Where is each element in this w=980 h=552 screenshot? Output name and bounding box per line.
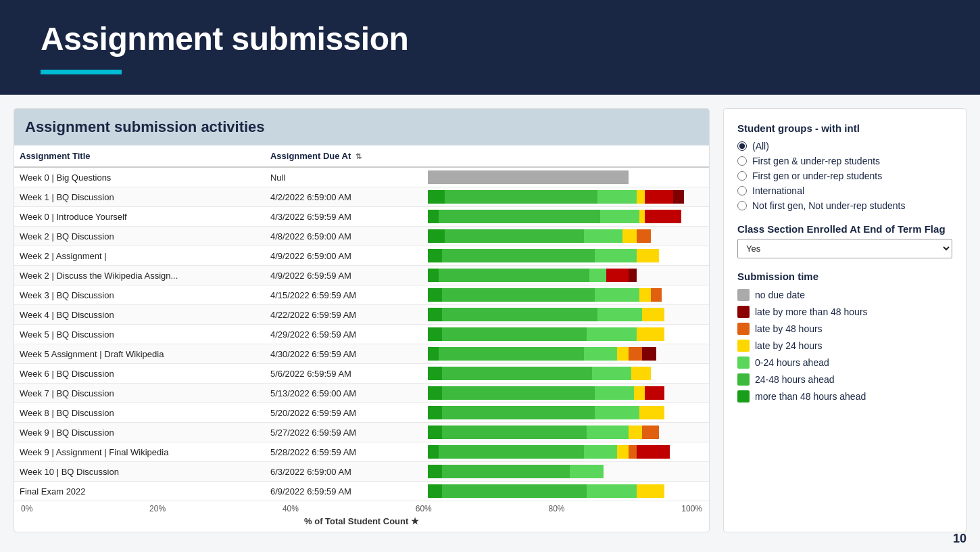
- bar-segment: [428, 386, 442, 400]
- bar-segment: [637, 190, 645, 204]
- bar-segment: [584, 347, 617, 361]
- student-group-radio[interactable]: [737, 171, 747, 181]
- bar-segment: [595, 386, 634, 400]
- page-number: 10: [953, 532, 966, 546]
- legend-item: late by 48 hours: [737, 323, 952, 335]
- bar-segment: [428, 347, 439, 361]
- row-due-date: 4/9/2022 6:59:59 AM: [265, 266, 425, 285]
- bar-chart-row: [428, 327, 706, 341]
- legend-color-swatch: [737, 390, 750, 402]
- row-due-date: 4/3/2022 6:59:59 AM: [265, 207, 425, 227]
- bar-chart-row: [428, 406, 706, 419]
- bar-segment: [617, 445, 628, 459]
- bar-segment: [439, 210, 600, 223]
- row-due-date: 4/22/2022 6:59:59 AM: [265, 305, 425, 325]
- bar-chart-row: [428, 190, 706, 204]
- student-group-radio-group: (All)First gen & under-rep studentsFirst…: [737, 141, 952, 211]
- bar-segment: [587, 426, 629, 439]
- legend-label: more than 48 hours ahead: [755, 391, 866, 402]
- bar-segment: [597, 190, 637, 204]
- row-bar: [425, 344, 709, 364]
- student-group-radio[interactable]: [737, 201, 747, 210]
- bar-segment: [439, 269, 589, 282]
- table-row: Week 5 | BQ Discussion4/29/2022 6:59:59 …: [14, 325, 709, 344]
- bar-segment: [639, 210, 645, 223]
- student-group-label: Not first gen, Not under-rep students: [752, 200, 905, 211]
- bar-segment: [584, 229, 623, 243]
- bar-segment: [651, 288, 662, 302]
- bar-segment: [595, 249, 637, 262]
- student-group-radio[interactable]: [737, 156, 747, 166]
- student-group-option[interactable]: First gen or under-rep students: [737, 170, 952, 181]
- table-row: Week 8 | BQ Discussion5/20/2022 6:59:59 …: [14, 403, 709, 423]
- student-group-option[interactable]: International: [737, 185, 952, 196]
- student-group-label: International: [752, 185, 804, 196]
- bar-segment: [442, 308, 598, 321]
- table-panel: Assignment submission activities Assignm…: [14, 108, 710, 532]
- student-group-option[interactable]: (All): [737, 141, 952, 152]
- bar-segment: [442, 386, 595, 400]
- table-row: Final Exam 20226/9/2022 6:59:59 AM: [14, 482, 709, 501]
- bar-chart-row: [428, 426, 706, 439]
- legend-item: no due date: [737, 289, 952, 301]
- bar-segment: [642, 347, 656, 361]
- bar-segment: [442, 406, 595, 419]
- student-groups-title: Student groups - with intl: [737, 122, 952, 134]
- bar-segment: [645, 210, 653, 223]
- bar-segment: [445, 190, 598, 204]
- row-title: Week 6 | BQ Discussion: [14, 364, 265, 384]
- bar-segment: [428, 308, 442, 321]
- row-bar: [425, 285, 709, 305]
- row-title: Week 5 | BQ Discussion: [14, 325, 265, 344]
- bar-segment: [606, 269, 629, 282]
- bar-chart-row: [428, 229, 706, 243]
- student-group-radio[interactable]: [737, 141, 747, 151]
- row-due-date: 5/27/2022 6:59:59 AM: [265, 423, 425, 442]
- class-section-dropdown[interactable]: YesNo(All): [737, 239, 952, 258]
- bar-segment: [428, 269, 439, 282]
- table-row: Week 2 | BQ Discussion4/8/2022 6:59:00 A…: [14, 227, 709, 246]
- row-bar: [425, 167, 709, 187]
- bar-segment: [442, 465, 570, 478]
- row-bar: [425, 305, 709, 325]
- table-row: Week 10 | BQ Discussion6/3/2022 6:59:00 …: [14, 462, 709, 482]
- bar-chart-row: [428, 308, 706, 321]
- row-bar: [425, 423, 709, 442]
- bar-chart-row: [428, 465, 706, 478]
- student-group-option[interactable]: Not first gen, Not under-rep students: [737, 200, 952, 211]
- row-title: Week 7 | BQ Discussion: [14, 384, 265, 403]
- bar-segment: [442, 288, 595, 302]
- student-group-radio[interactable]: [737, 186, 747, 196]
- bar-segment: [595, 288, 639, 302]
- student-group-option[interactable]: First gen & under-rep students: [737, 156, 952, 166]
- table-row: Week 7 | BQ Discussion5/13/2022 6:59:00 …: [14, 384, 709, 403]
- bar-segment: [442, 484, 587, 498]
- filter-panel: Student groups - with intl (All)First ge…: [723, 108, 966, 532]
- page-header: Assignment submission: [0, 0, 980, 95]
- bar-segment: [428, 249, 442, 262]
- student-group-label: First gen & under-rep students: [752, 156, 880, 166]
- bar-segment: [634, 386, 645, 400]
- row-title: Final Exam 2022: [14, 482, 265, 501]
- row-due-date: 5/28/2022 6:59:59 AM: [265, 442, 425, 462]
- bar-segment: [597, 308, 642, 321]
- legend-color-swatch: [737, 323, 750, 335]
- bar-segment: [428, 288, 442, 302]
- bar-segment: [428, 367, 442, 380]
- bar-segment: [439, 347, 583, 361]
- legend-color-swatch: [737, 373, 750, 386]
- x-axis-labels: 0% 20% 40% 60% 80% 100%: [20, 504, 704, 513]
- row-title: Week 0 | Big Questions: [14, 167, 265, 187]
- bar-chart-row: [428, 170, 706, 184]
- bar-chart-row: [428, 210, 706, 223]
- bar-chart-row: [428, 347, 706, 361]
- sort-icon[interactable]: ⇅: [356, 152, 362, 161]
- row-title: Week 10 | BQ Discussion: [14, 462, 265, 482]
- row-bar: [425, 187, 709, 207]
- row-title: Week 0 | Introduce Yourself: [14, 207, 265, 227]
- table-row: Week 5 Assignment | Draft Wikipedia4/30/…: [14, 344, 709, 364]
- bar-chart-row: [428, 484, 706, 498]
- bar-segment: [637, 229, 651, 243]
- row-title: Week 9 | BQ Discussion: [14, 423, 265, 442]
- table-row: Week 2 | Assignment |4/9/2022 6:59:00 AM: [14, 246, 709, 266]
